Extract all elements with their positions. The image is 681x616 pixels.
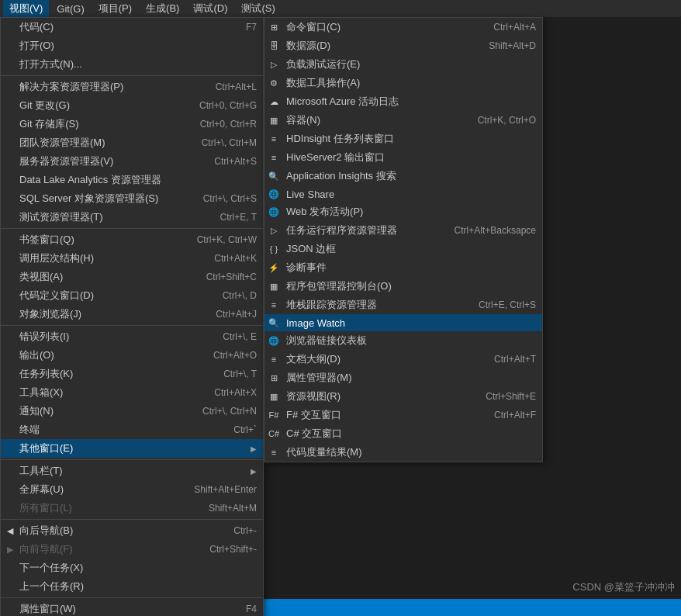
submenu-item-loadtest[interactable]: ▷ 负载测试运行(E) — [264, 55, 542, 74]
menu-git[interactable]: Git(G) — [50, 2, 90, 16]
menu-item-server-explorer[interactable]: 服务器资源管理器(V) Ctrl+Alt+S — [1, 152, 263, 171]
menu-item-next-task[interactable]: 下一个任务(X) — [1, 559, 263, 577]
menu-item-datalake[interactable]: Data Lake Analytics 资源管理器 — [1, 171, 263, 189]
submenu-item-hdinsight[interactable]: ≡ HDInsight 任务列表窗口 — [264, 130, 542, 148]
submenu-item-hive[interactable]: ≡ HiveServer2 输出窗口 — [264, 148, 542, 167]
submenu-item-resource-view-shortcut: Ctrl+Shift+E — [486, 391, 536, 402]
menu-item-output[interactable]: 输出(O) Ctrl+Alt+O — [1, 346, 263, 365]
submenu-item-browser-link[interactable]: 🌐 浏览器链接仪表板 — [264, 331, 542, 350]
menu-item-terminal[interactable]: 终端 Ctrl+` — [1, 420, 263, 439]
nav-forward-icon: ▶ — [4, 545, 16, 555]
menu-test[interactable]: 测试(S) — [235, 0, 281, 17]
json-border-icon: { } — [268, 244, 280, 254]
menu-item-toolbar[interactable]: 工具栏(T) ▶ — [1, 462, 263, 480]
submenu-item-web-publish-label: Web 发布活动(P) — [286, 205, 536, 219]
menu-item-open-with[interactable]: 打开方式(N)... — [1, 55, 263, 74]
menu-item-nav-forward-label: 向前导航(F) — [19, 542, 197, 556]
submenu-item-diag-events[interactable]: ⚡ 诊断事件 — [264, 258, 542, 277]
menu-item-toolbar-label: 工具栏(T) — [19, 464, 251, 478]
sep-1 — [1, 75, 263, 76]
submenu-item-doc-outline[interactable]: ≡ 文档大纲(D) Ctrl+Alt+T — [264, 350, 542, 369]
menu-item-properties[interactable]: 属性窗口(W) F4 — [1, 600, 263, 616]
submenu-item-resource-view[interactable]: ▦ 资源视图(R) Ctrl+Shift+E — [264, 387, 542, 406]
submenu-item-image-watch[interactable]: 🔍 Image Watch — [264, 314, 542, 331]
menu-item-prev-task[interactable]: 上一个任务(R) — [1, 577, 263, 596]
submenu-item-datatools[interactable]: ⚙ 数据工具操作(A) — [264, 74, 542, 92]
menu-item-task-list[interactable]: 任务列表(K) Ctrl+\, T — [1, 365, 263, 383]
submenu-item-task-runner[interactable]: ▷ 任务运行程序资源管理器 Ctrl+Alt+Backsapce — [264, 221, 542, 240]
submenu-item-csharp[interactable]: C# C# 交互窗口 — [264, 424, 542, 443]
menu-item-error-list-shortcut: Ctrl+\, E — [223, 331, 257, 342]
menu-item-team-explorer-label: 团队资源管理器(M) — [19, 136, 189, 150]
watermark: CSDN @菜篮子冲冲冲 — [572, 580, 675, 594]
submenu-item-json-border-label: JSON 边框 — [286, 242, 536, 256]
submenu-item-hdinsight-label: HDInsight 任务列表窗口 — [286, 132, 536, 146]
submenu-item-appinsights[interactable]: 🔍 Application Insights 搜索 — [264, 167, 542, 185]
menu-item-sql-server[interactable]: SQL Server 对象资源管理器(S) Ctrl+\, Ctrl+S — [1, 189, 263, 208]
menu-item-toolbox-shortcut: Ctrl+Alt+X — [214, 387, 257, 398]
menu-item-git-repo-shortcut: Ctrl+0, Ctrl+R — [200, 119, 257, 130]
menu-item-open[interactable]: 打开(O) — [1, 36, 263, 55]
submenu-item-datatools-label: 数据工具操作(A) — [286, 76, 536, 90]
image-watch-icon: 🔍 — [268, 318, 280, 328]
submenu-item-fsharp[interactable]: F# F# 交互窗口 Ctrl+Alt+F — [264, 406, 542, 424]
submenu-item-code-metric[interactable]: ≡ 代码度量结果(M) — [264, 443, 542, 462]
menu-item-call-hierarchy[interactable]: 调用层次结构(H) Ctrl+Alt+K — [1, 249, 263, 268]
menu-item-nav-back[interactable]: ◀ 向后导航(B) Ctrl+- — [1, 521, 263, 540]
submenu-item-resource-view-label: 资源视图(R) — [286, 389, 473, 403]
menu-item-sql-server-label: SQL Server 对象资源管理器(S) — [19, 192, 191, 206]
menu-item-other-windows-label: 其他窗口(E) — [19, 441, 251, 455]
menu-item-git-changes[interactable]: Git 更改(G) Ctrl+0, Ctrl+G — [1, 96, 263, 115]
submenu-item-container[interactable]: ▦ 容器(N) Ctrl+K, Ctrl+O — [264, 111, 542, 130]
menu-build[interactable]: 生成(B) — [140, 0, 185, 17]
submenu-item-appinsights-label: Application Insights 搜索 — [286, 169, 536, 183]
resource-view-icon: ▦ — [268, 392, 280, 402]
menu-item-code-def[interactable]: 代码定义窗口(D) Ctrl+\, D — [1, 286, 263, 305]
submenu-item-liveshare[interactable]: 🌐 Live Share — [264, 185, 542, 202]
submenu-item-web-publish[interactable]: 🌐 Web 发布活动(P) — [264, 202, 542, 221]
menu-item-other-windows[interactable]: 其他窗口(E) ▶ — [1, 439, 263, 458]
menu-item-fullscreen[interactable]: 全屏幕(U) Shift+Alt+Enter — [1, 480, 263, 499]
nav-back-icon: ◀ — [4, 526, 16, 536]
menu-item-solution-explorer[interactable]: 解决方案资源管理器(P) Ctrl+Alt+L — [1, 78, 263, 96]
menu-item-test-explorer[interactable]: 测试资源管理器(T) Ctrl+E, T — [1, 208, 263, 227]
menu-project[interactable]: 项目(P) — [92, 0, 138, 17]
submenu-item-json-border[interactable]: { } JSON 边框 — [264, 240, 542, 258]
submenu-item-pkg-console[interactable]: ▦ 程序包管理器控制台(O) — [264, 277, 542, 296]
menu-item-next-task-label: 下一个任务(X) — [19, 561, 257, 575]
menu-item-bookmarks[interactable]: 书签窗口(Q) Ctrl+K, Ctrl+W — [1, 230, 263, 249]
sep-2 — [1, 228, 263, 229]
submenu-item-command-label: 命令窗口(C) — [286, 20, 481, 34]
submenu-item-command[interactable]: ⊞ 命令窗口(C) Ctrl+Alt+A — [264, 18, 542, 36]
menu-item-toolbox[interactable]: 工具箱(X) Ctrl+Alt+X — [1, 383, 263, 402]
menu-item-bookmarks-label: 书签窗口(Q) — [19, 233, 185, 247]
menu-item-class-view[interactable]: 类视图(A) Ctrl+Shift+C — [1, 268, 263, 286]
submenu-item-datasource-label: 数据源(D) — [286, 39, 476, 53]
submenu-item-code-metric-label: 代码度量结果(M) — [286, 445, 536, 459]
menu-view[interactable]: 视图(V) — [3, 0, 49, 17]
submenu-item-property-mgr[interactable]: ⊞ 属性管理器(M) — [264, 369, 542, 387]
submenu-item-azure-log[interactable]: ☁ Microsoft Azure 活动日志 — [264, 92, 542, 111]
appinsights-icon: 🔍 — [268, 171, 280, 182]
submenu-item-stack-trace-shortcut: Ctrl+E, Ctrl+S — [479, 299, 536, 310]
submenu-item-task-runner-label: 任务运行程序资源管理器 — [286, 223, 442, 237]
loadtest-icon: ▷ — [268, 60, 280, 70]
menu-item-git-repo[interactable]: Git 存储库(S) Ctrl+0, Ctrl+R — [1, 115, 263, 133]
submenu-item-liveshare-label: Live Share — [286, 189, 536, 200]
menu-item-task-list-shortcut: Ctrl+\, T — [223, 369, 257, 379]
menu-item-obj-browser[interactable]: 对象浏览器(J) Ctrl+Alt+J — [1, 305, 263, 324]
command-icon: ⊞ — [268, 22, 280, 33]
submenu-item-stack-trace[interactable]: ≡ 堆栈跟踪资源管理器 Ctrl+E, Ctrl+S — [264, 296, 542, 314]
submenu-item-datasource[interactable]: 🗄 数据源(D) Shift+Alt+D — [264, 36, 542, 55]
task-runner-icon: ▷ — [268, 226, 280, 236]
menu-debug[interactable]: 调试(D) — [187, 0, 233, 17]
menu-item-error-list[interactable]: 错误列表(I) Ctrl+\, E — [1, 327, 263, 346]
submenu-item-fsharp-shortcut: Ctrl+Alt+F — [494, 410, 536, 420]
menu-item-notifications[interactable]: 通知(N) Ctrl+\, Ctrl+N — [1, 402, 263, 420]
menu-item-code-label: 代码(C) — [19, 20, 233, 34]
menu-item-code[interactable]: 代码(C) F7 — [1, 18, 263, 36]
menu-item-team-explorer[interactable]: 团队资源管理器(M) Ctrl+\, Ctrl+M — [1, 133, 263, 152]
menu-item-all-windows-shortcut: Shift+Alt+M — [209, 503, 257, 514]
submenu-item-diag-events-label: 诊断事件 — [286, 261, 536, 275]
view-menu-dropdown: 代码(C) F7 打开(O) 打开方式(N)... 解决方案资源管理器(P) C… — [0, 17, 264, 616]
